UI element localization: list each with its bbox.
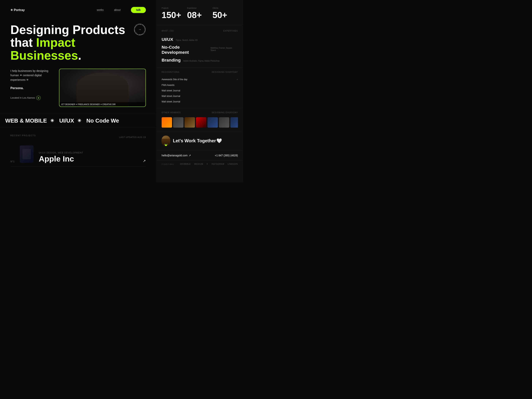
cta-emoji: 🤍 — [216, 138, 222, 143]
recognition-wsj1: Wall street Journal — [162, 88, 238, 93]
recognition-wsj1-name: Wall street Journal — [162, 89, 180, 92]
navigation: ✳ Portray works about talk — [0, 0, 156, 18]
location: Located in Los Alamos ⊕ — [10, 96, 52, 100]
logo-name: Portray — [14, 8, 25, 12]
contact-row: hello@arianagold.com ↗ +1 847 (365) (462… — [156, 151, 243, 161]
recognition-wsj3-name: Wall street Journal — [162, 100, 180, 103]
hero-line2-end: . — [78, 48, 81, 62]
ticker-text-1: WEB & MOBILE — [5, 117, 47, 124]
hobby-thumb-6 — [219, 117, 229, 128]
project-type: UI/UX DESIGN, WEB DEVELOPMENT — [39, 152, 83, 154]
cta-section[interactable]: About Let's Work Together 🤍 — [156, 131, 243, 151]
contact-email[interactable]: hello@arianagold.com ↗ — [162, 154, 191, 157]
cta-text: Let's Work Together — [173, 138, 216, 143]
project-item[interactable]: N°1 UI/UX DESIGN, WEB DEVELOPMENT Apple … — [10, 142, 146, 166]
ticker-item-3: No Code We — [86, 117, 119, 124]
recognition-awwwards[interactable]: Awwwards Site of the day ↗ — [162, 77, 238, 82]
photo-caption: JCT DESIGNER ✳ FREELANCE DESIGNER ✳ CREA… — [59, 102, 146, 107]
services-ticker: WEB & MOBILE ✳ UI/UX ✳ No Code We — [0, 114, 156, 127]
footer-linkedin[interactable]: LINKEDIN — [228, 163, 238, 165]
what-i-do-header: WHAT I DO EXPERTISES — [162, 30, 238, 32]
left-panel: ✳ Portray works about talk Designing Pro… — [0, 0, 156, 182]
right-panel: Projects 150+ Experience 08+ Clients 50+… — [156, 0, 243, 182]
recognition-wsj2: Wall street Journal — [162, 94, 238, 99]
cta-dot — [165, 145, 167, 146]
email-text: hello@arianagold.com — [162, 154, 188, 157]
recognition-wsj3: Wall street Journal — [162, 99, 238, 104]
service-uiux-name: UI/UX — [162, 37, 173, 42]
footer-dribbble[interactable]: DRIBBBLE — [180, 163, 191, 165]
badge-arrow: → — [138, 28, 141, 31]
recognition-wsj2-name: Wall street Journal — [162, 95, 180, 97]
nav-links: works about talk — [97, 7, 146, 13]
hero-bottom: I help businesses by designing human ✦ c… — [0, 62, 156, 114]
ticker-star-2: ✳ — [77, 118, 81, 123]
hero-section: Designing Products that Impact Businesse… — [0, 18, 156, 62]
ticker-text-2: UI/UX — [59, 117, 74, 124]
hobbies-header: OTHER HOBBIES DESIGNING EVERYDAY — [162, 112, 238, 114]
service-nocode-tools: Webflow, Framer, Square Space — [210, 47, 238, 51]
stat-projects-label: Projects — [162, 7, 187, 9]
hobby-thumb-4 — [196, 117, 206, 128]
what-i-do-section: WHAT I DO EXPERTISES UI/UX Figma, Sketch… — [156, 25, 243, 67]
location-text: Located in Los Alamos — [10, 96, 35, 99]
nav-works[interactable]: works — [97, 9, 104, 12]
hobbies-designing-label: DESIGNING EVERYDAY — [212, 112, 238, 114]
designing-label: DESIGNING EVERYDAY — [212, 71, 238, 73]
recognitions-section: RECOGNITIONS DESIGNING EVERYDAY Awwwards… — [156, 68, 243, 108]
project-name: Apple Inc — [39, 155, 138, 163]
ticker-item-2: UI/UX ✳ — [59, 117, 81, 124]
cta-text-container: Let's Work Together 🤍 — [173, 138, 222, 143]
expertises-label: EXPERTISES — [223, 30, 238, 32]
ticker-text-3: No Code We — [86, 117, 119, 124]
hero-line1: Designing Products — [10, 23, 125, 37]
service-uiux: UI/UX Figma, Sketch, Adobe XD — [162, 36, 238, 43]
photo-silhouette — [76, 73, 128, 107]
stat-clients: Clients 50+ — [212, 7, 238, 19]
footer: © 2023 © demo DRIBBBLE MEDIUM X INSTAGRA… — [156, 161, 243, 168]
stat-clients-value: 50+ — [212, 11, 238, 19]
hero-description: I help businesses by designing human ✦ c… — [10, 69, 52, 100]
hobby-thumb-7 — [230, 117, 238, 128]
service-branding: Branding Adobe Illustrator, Figma, Adobe… — [162, 56, 238, 64]
stat-experience-value: 08+ — [187, 11, 212, 19]
recognitions-label: RECOGNITIONS — [162, 71, 179, 73]
ticker-inner: WEB & MOBILE ✳ UI/UX ✳ No Code We — [0, 117, 156, 124]
stat-experience: Experience 08+ — [187, 7, 212, 19]
logo-icon: ✳ — [10, 8, 13, 12]
hobby-thumb-2 — [173, 117, 184, 128]
footer-x[interactable]: X — [207, 163, 208, 165]
hero-line2-plain: that — [10, 36, 36, 49]
project-number: N°1 — [10, 160, 14, 163]
globe-icon: ⊕ — [36, 96, 41, 100]
hobbies-grid — [162, 117, 238, 128]
photo-placeholder — [59, 69, 146, 106]
service-nocode: No-Code Development Webflow, Framer, Squ… — [162, 43, 238, 56]
service-uiux-tools: Figma, Sketch, Adobe XD — [176, 39, 198, 41]
recognition-fwa-name: FWA Awards — [162, 84, 174, 86]
recognition-awwwards-name: Awwwards Site of the day — [162, 78, 187, 81]
logo[interactable]: ✳ Portray — [10, 8, 25, 12]
email-arrow-icon: ↗ — [189, 154, 191, 157]
footer-medium[interactable]: MEDIUM — [194, 163, 203, 165]
hobby-thumb-1 — [162, 117, 172, 128]
open-for-projects-badge[interactable]: • OPEN FOR PROJECTS • OPEN FOR PROJECTS … — [134, 23, 146, 36]
footer-instagram[interactable]: INSTAGRAM — [211, 163, 224, 165]
persona-label: Persona. — [10, 86, 52, 90]
recent-projects-label: RECENT PROJECTS — [10, 134, 36, 137]
talk-button[interactable]: talk — [131, 7, 146, 13]
hobby-thumb-5 — [208, 117, 218, 128]
nav-about[interactable]: about — [114, 9, 120, 12]
hobbies-label: OTHER HOBBIES — [162, 112, 181, 114]
stat-clients-label: Clients — [212, 7, 238, 9]
recognition-fwa: FWA Awards — [162, 82, 238, 88]
stat-projects: Projects 150+ — [162, 7, 187, 19]
project-thumbnail — [20, 145, 34, 163]
project-info: UI/UX DESIGN, WEB DEVELOPMENT Apple Inc — [39, 152, 138, 163]
footer-links: DRIBBBLE MEDIUM X INSTAGRAM LINKEDIN — [180, 163, 238, 165]
hero-desc-text: I help businesses by designing human ✦ c… — [10, 69, 52, 82]
profile-photo-card: JCT DESIGNER ✳ FREELANCE DESIGNER ✳ CREA… — [59, 69, 146, 107]
stats-section: Projects 150+ Experience 08+ Clients 50+ — [156, 0, 243, 25]
service-branding-tools: Adobe Illustrator, Figma, Adobe Photosho… — [183, 60, 219, 62]
hobby-thumb-3 — [184, 117, 195, 128]
